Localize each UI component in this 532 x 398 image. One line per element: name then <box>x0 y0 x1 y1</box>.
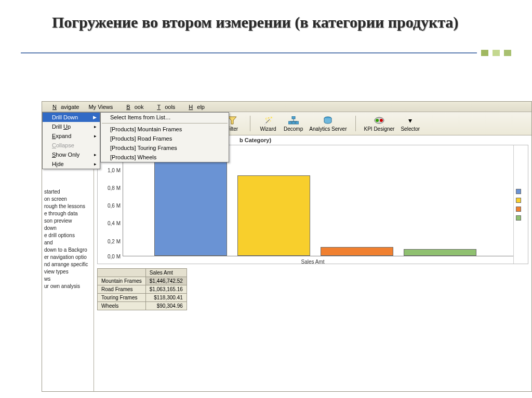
menu-help[interactable]: Help <box>180 103 209 111</box>
bar-road-frames[interactable] <box>237 175 310 256</box>
table-header[interactable]: Sales Amt <box>145 269 187 277</box>
table-row[interactable]: Wheels $90,304.96 <box>98 302 187 310</box>
side-item[interactable]: son preview <box>44 218 92 224</box>
submenu-product-item[interactable]: [Products] Road Frames <box>101 134 229 143</box>
legend-item <box>516 189 526 194</box>
submenu-arrow-icon: ▸ <box>94 124 97 129</box>
y-tick: 0,6 M <box>108 203 121 209</box>
legend-swatch-orange <box>516 207 521 212</box>
table-row[interactable]: Mountain Frames $1,446,742.52 <box>98 277 187 285</box>
row-value: $118,300.41 <box>145 294 187 302</box>
svg-point-10 <box>380 119 383 122</box>
divider <box>21 50 511 56</box>
submenu-arrow-icon: ▸ <box>94 152 97 157</box>
analytics-label: Analytics Server <box>309 126 347 132</box>
submenu-arrow-icon: ▶ <box>93 115 97 120</box>
menu-tools[interactable]: Tools <box>149 103 179 111</box>
row-label: Touring Frames <box>98 294 146 302</box>
row-label: Mountain Frames <box>98 277 146 285</box>
menu-show-only[interactable]: Show Only▸ <box>43 150 100 159</box>
divider-line <box>21 52 477 53</box>
kpi-icon <box>374 115 384 126</box>
y-tick: 0,8 M <box>108 185 121 191</box>
menu-expand[interactable]: Expand▸ <box>43 131 100 141</box>
menu-book[interactable]: Book <box>118 103 148 111</box>
menu-drill-down[interactable]: Drill Down▶ <box>43 113 100 122</box>
side-item[interactable]: e drill options <box>44 232 92 238</box>
decomp-button[interactable]: Decomp <box>284 115 303 132</box>
submenu-arrow-icon: ▸ <box>94 133 97 139</box>
y-tick: 0,4 M <box>108 221 121 226</box>
submenu-arrow-icon: ▸ <box>94 161 97 167</box>
svg-rect-2 <box>288 121 291 124</box>
kpi-button[interactable]: KPI Designer <box>364 115 395 132</box>
row-value: $1,063,165.16 <box>145 285 187 294</box>
data-table: Sales Amt Mountain Frames $1,446,742.52 … <box>97 268 187 310</box>
chart-body: 1,2 M 1,0 M 0,8 M 0,6 M 0,4 M 0,2 M 0,0 … <box>97 145 528 264</box>
slide-title: Погружение во втором измерении (в катего… <box>0 0 532 34</box>
menu-navigate[interactable]: Navigate <box>44 103 83 111</box>
table-row[interactable]: Road Frames $1,063,165.16 <box>98 285 187 294</box>
menu-hide[interactable]: Hide▸ <box>43 159 100 169</box>
side-item[interactable]: on screen <box>44 196 92 202</box>
main-area: started on screen rough the lessons e th… <box>42 135 531 391</box>
row-label: Wheels <box>98 302 146 310</box>
side-item[interactable]: view types <box>44 269 92 275</box>
navigate-dropdown: Drill Down▶ Drill Up▸ Expand▸ Collapse S… <box>42 112 100 169</box>
selector-button[interactable]: ▾ Selector <box>401 115 420 132</box>
toolbar-separator <box>355 116 356 131</box>
drill-down-submenu: Select Items from List… [Products] Mount… <box>100 112 229 162</box>
side-item[interactable]: nd arrange specific <box>44 262 92 267</box>
selector-icon: ▾ <box>405 115 416 126</box>
menu-separator <box>102 123 228 123</box>
bar-touring-frames[interactable] <box>321 247 393 256</box>
submenu-product-item[interactable]: [Products] Touring Frames <box>101 143 229 153</box>
svg-rect-4 <box>296 121 299 124</box>
side-item[interactable]: ur own analysis <box>44 283 92 289</box>
menu-myviews[interactable]: My Views <box>84 103 117 111</box>
side-item[interactable]: rough the lessons <box>44 203 92 209</box>
side-item[interactable]: started <box>44 189 92 195</box>
side-item[interactable]: e through data <box>44 211 92 216</box>
svg-rect-1 <box>292 116 295 119</box>
decomp-icon <box>288 115 299 126</box>
svg-rect-3 <box>292 121 295 124</box>
svg-point-9 <box>376 119 379 122</box>
legend-swatch-green <box>516 215 521 221</box>
legend-swatch-yellow <box>516 198 521 203</box>
x-axis-label: Sales Amt <box>98 259 528 265</box>
legend-item <box>516 215 526 221</box>
menu-drill-up[interactable]: Drill Up▸ <box>43 122 100 131</box>
side-item[interactable]: down to a Backgro <box>44 247 92 253</box>
row-value: $1,446,742.52 <box>145 277 187 285</box>
submenu-product-item[interactable]: [Products] Wheels <box>101 153 229 162</box>
submenu-select-from-list[interactable]: Select Items from List… <box>101 113 229 122</box>
bar-wheels[interactable] <box>404 249 476 256</box>
side-item[interactable]: ws <box>44 276 92 282</box>
legend-item <box>516 207 526 212</box>
side-item[interactable]: down <box>44 225 92 231</box>
analytics-button[interactable]: Analytics Server <box>309 115 347 132</box>
side-item[interactable]: er navigation optio <box>44 254 92 260</box>
wizard-label: Wizard <box>260 126 276 132</box>
chart-pane: b Category) 1,2 M 1,0 M 0,8 M 0,6 M 0,4 … <box>94 135 531 391</box>
row-label: Road Frames <box>98 285 146 294</box>
submenu-product-item[interactable]: [Products] Mountain Frames <box>101 125 229 134</box>
y-tick: 0,2 M <box>108 238 121 244</box>
decor-square <box>493 50 500 56</box>
row-value: $90,304.96 <box>145 302 187 310</box>
app-window: Navigate My Views Book Tools Help AZ↓ So… <box>42 101 532 392</box>
legend-item <box>516 198 526 203</box>
chart-legend <box>513 145 528 264</box>
selector-label: Selector <box>401 126 420 132</box>
wizard-button[interactable]: 🪄 Wizard <box>259 115 277 132</box>
y-tick: 1,0 M <box>108 167 121 173</box>
side-item[interactable]: and <box>44 240 92 245</box>
decor-square <box>504 50 511 56</box>
legend-swatch-blue <box>516 189 521 194</box>
menubar: Navigate My Views Book Tools Help <box>42 102 531 112</box>
decor-square <box>481 50 488 56</box>
wizard-icon: 🪄 <box>263 115 273 126</box>
y-axis: 1,2 M 1,0 M 0,8 M 0,6 M 0,4 M 0,2 M 0,0 … <box>98 145 123 264</box>
table-row[interactable]: Touring Frames $118,300.41 <box>98 294 187 302</box>
